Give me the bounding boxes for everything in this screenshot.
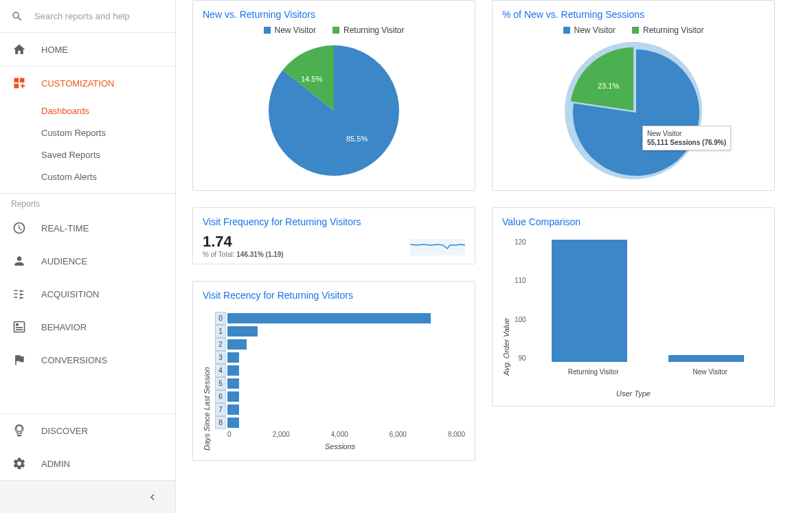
pie-label-returning: 14.5% (301, 75, 322, 83)
nav-customization[interactable]: CUSTOMIZATION (0, 67, 175, 100)
svg-rect-2 (14, 84, 19, 89)
card-title[interactable]: Visit Frequency for Returning Visitors (193, 208, 475, 233)
reports-section-label: Reports (0, 193, 175, 212)
pie-label-returning: 23.1% (598, 82, 619, 90)
customization-submenu: Dashboards Custom Reports Saved Reports … (0, 100, 175, 187)
chart-legend: New Visitor Returning Visitor (193, 25, 475, 38)
card-title[interactable]: Visit Recency for Returning Visitors (193, 282, 475, 306)
hbar-row: 0 (215, 312, 465, 325)
hbar-bar (227, 404, 239, 415)
hbar-row: 4 (215, 364, 465, 377)
svg-rect-1 (20, 78, 25, 83)
nav-label: DISCOVER (41, 426, 88, 436)
hbar-bar (227, 352, 239, 363)
hbar-label: 7 (215, 403, 226, 416)
sparkline (401, 239, 475, 264)
y-axis-ticks: 120 110 100 90 (515, 238, 526, 362)
nav-label: ADMIN (41, 459, 70, 469)
svg-rect-7 (410, 239, 465, 255)
svg-rect-6 (16, 329, 23, 330)
nav-realtime[interactable]: REAL-TIME (0, 212, 175, 244)
pie-chart: 85.5% 14.5% (193, 38, 475, 190)
card-title[interactable]: New vs. Returning Visitors (193, 1, 475, 25)
gear-icon (11, 457, 27, 470)
hbar-label: 8 (215, 416, 226, 429)
flag-icon (11, 353, 27, 367)
card-value-comparison: Value Comparison Avg. Order Value 120 11… (492, 207, 775, 407)
hbar-label: 2 (215, 338, 226, 351)
nav-admin[interactable]: ADMIN (0, 447, 175, 480)
hbar-row: 1 (215, 325, 465, 338)
card-visit-frequency: Visit Frequency for Returning Visitors 1… (192, 207, 475, 264)
nav-home[interactable]: HOME (0, 33, 175, 66)
metric-subtext: % of Total: 146.31% (1.19) (203, 251, 284, 258)
hbar-row: 7 (215, 403, 465, 416)
hbar-label: 3 (215, 351, 226, 364)
card-visit-recency: Visit Recency for Returning Visitors Day… (192, 281, 475, 461)
svg-rect-0 (14, 78, 19, 83)
behavior-icon (11, 320, 27, 334)
hbar-bar (227, 313, 431, 323)
card-title[interactable]: Value Comparison (493, 208, 774, 233)
search-input[interactable] (34, 11, 164, 21)
hbar-row: 5 (215, 377, 465, 390)
hbar-bar (227, 339, 247, 350)
hbar-label: 6 (215, 390, 226, 403)
nav-label: ACQUISITION (41, 289, 100, 299)
hbar-label: 1 (215, 325, 226, 338)
svg-rect-4 (16, 323, 19, 326)
nav-behavior[interactable]: BEHAVIOR (0, 310, 175, 343)
legend-item-returning[interactable]: Returning Visitor (332, 25, 405, 35)
x-axis-label: User Type (493, 389, 774, 398)
clock-icon (11, 221, 27, 235)
hbar-row: 6 (215, 390, 465, 403)
hbar-label: 0 (215, 312, 226, 325)
sub-custom-alerts[interactable]: Custom Alerts (41, 166, 175, 187)
acquisition-icon (11, 287, 27, 301)
card-new-vs-returning-visitors: New vs. Returning Visitors New Visitor R… (192, 0, 475, 191)
hbar-row: 3 (215, 351, 465, 364)
search-row (0, 0, 175, 33)
customization-icon (11, 76, 27, 90)
card-pct-new-vs-returning-sessions: % of New vs. Returning Sessions New Visi… (492, 0, 775, 191)
sub-custom-reports[interactable]: Custom Reports (41, 122, 175, 144)
nav-audience[interactable]: AUDIENCE (0, 244, 175, 277)
metric-value: 1.74 (203, 233, 284, 251)
search-icon (11, 10, 23, 23)
nav-label: CONVERSIONS (41, 355, 107, 365)
x-axis-ticks: 0 2,000 4,000 6,000 8,000 (215, 429, 465, 438)
nav-discover[interactable]: DISCOVER (0, 414, 175, 447)
nav-acquisition[interactable]: ACQUISITION (0, 277, 175, 310)
svg-rect-5 (16, 327, 23, 328)
sub-dashboards[interactable]: Dashboards (41, 100, 175, 122)
hbar-label: 5 (215, 377, 226, 390)
hbar-bar (227, 418, 239, 428)
legend-item-new[interactable]: New Visitor (264, 25, 316, 35)
pie-chart: 23.1% New Visitor 55,111 Sessions (76.9%… (493, 38, 774, 190)
hbar-bar (227, 365, 239, 376)
legend-item-returning[interactable]: Returning Visitor (632, 25, 704, 35)
sub-saved-reports[interactable]: Saved Reports (41, 144, 175, 166)
nav-label: AUDIENCE (41, 256, 87, 266)
bar-new (668, 355, 744, 362)
hbar-bar (227, 326, 258, 337)
hbar-bar (227, 391, 239, 402)
bar-returning (552, 240, 627, 362)
x-axis-label: Sessions (215, 442, 465, 451)
pie-label-new: 85.5% (346, 135, 368, 143)
y-axis-label: Days Since Last Session (203, 312, 211, 451)
nav-label: BEHAVIOR (41, 322, 87, 332)
chart-tooltip: New Visitor 55,111 Sessions (76.9%) (642, 126, 731, 150)
hbar-bar (227, 378, 239, 389)
y-axis-label: Avg. Order Value (502, 238, 510, 376)
person-icon (11, 254, 27, 268)
legend-item-new[interactable]: New Visitor (563, 25, 616, 35)
nav-conversions[interactable]: CONVERSIONS (0, 343, 175, 376)
hbar-row: 2 (215, 338, 465, 351)
card-title[interactable]: % of New vs. Returning Sessions (493, 1, 774, 25)
nav-label: CUSTOMIZATION (41, 78, 114, 89)
home-icon (11, 43, 27, 56)
hbar-label: 4 (215, 364, 226, 377)
collapse-sidebar[interactable] (0, 480, 175, 513)
bar-group (531, 238, 765, 362)
